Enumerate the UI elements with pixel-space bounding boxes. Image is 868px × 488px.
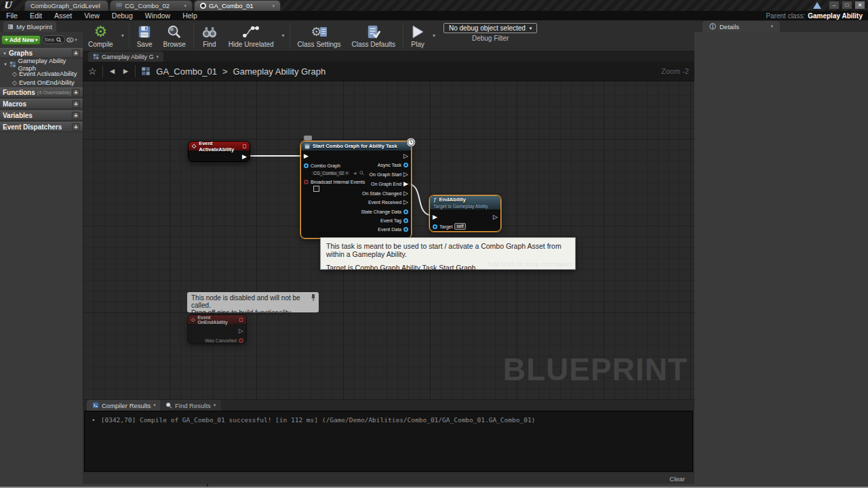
find-results-tab[interactable]: Find Results ▾ (160, 400, 221, 411)
maximize-button[interactable]: □ (842, 1, 852, 9)
play-button[interactable]: Play (406, 20, 430, 51)
menu-view[interactable]: View (78, 12, 106, 20)
view-options-button[interactable]: ▾ (66, 37, 77, 43)
exec-in-pin[interactable]: ▶ (304, 152, 309, 159)
hide-unrelated-caret[interactable]: ▾ (279, 33, 288, 39)
tree-item-event-onendability[interactable]: ◇ Event OnEndAbility (0, 78, 83, 87)
node-start-combo-graph[interactable]: Start Combo Graph for Ability Task ▶ Com… (300, 141, 412, 239)
class-defaults-button[interactable]: Class Defaults (347, 20, 401, 51)
event-data-pin[interactable]: Event Data (378, 226, 408, 232)
asset-tab-ga-combo-01[interactable]: GA_Combo_01 ▾ (194, 0, 281, 11)
was-cancelled-pin[interactable]: Was Cancelled (205, 337, 243, 344)
event-tag-pin[interactable]: Event Tag (380, 217, 408, 224)
exec-out-pin[interactable]: ▷ (239, 327, 243, 334)
delegate-pin[interactable] (239, 318, 243, 322)
tree-item-event-activateability[interactable]: ◇ Event ActivateAbility (0, 69, 83, 78)
save-button[interactable]: Save (132, 20, 158, 51)
node-event-onendability[interactable]: ◇ Event OnEndAbility ▷ Was Cancelled (187, 314, 247, 344)
add-event-dispatcher-button[interactable]: + (72, 123, 80, 131)
on-graph-start-pin[interactable]: On Graph Start ▷ (370, 171, 408, 178)
combo-graph-asset-dropdown[interactable]: CG_Combo_02 ▾ (311, 170, 351, 176)
object-pin-icon (304, 163, 309, 168)
my-blueprint-tab[interactable]: My Blueprint (3, 21, 56, 32)
menu-debug[interactable]: Debug (106, 12, 139, 20)
target-pin[interactable]: Target self (433, 223, 466, 230)
add-function-button[interactable]: + (72, 89, 80, 96)
add-macro-button[interactable]: + (72, 100, 80, 108)
pushpin-icon (311, 294, 316, 302)
hide-unrelated-button[interactable]: Hide Unrelated (223, 20, 279, 51)
compiler-results-tab[interactable]: Compiler Results ▾ (87, 400, 161, 411)
add-graph-button[interactable]: + (72, 49, 80, 57)
close-button[interactable]: ✕ (854, 1, 865, 9)
favorite-star-icon[interactable]: ☆ (88, 66, 97, 77)
section-event-dispatchers[interactable]: Event Dispatchers + (0, 122, 83, 132)
forward-arrow-icon[interactable]: ► (121, 66, 130, 76)
menu-edit[interactable]: Edit (24, 12, 48, 20)
exec-out-pin[interactable]: ▷ (403, 152, 408, 159)
compile-options-caret[interactable]: ▾ (119, 33, 127, 39)
exec-out-pin[interactable]: ▷ (493, 214, 498, 220)
chevron-down-icon[interactable]: ▾ (272, 3, 275, 9)
chevron-down-icon[interactable]: ▾ (184, 3, 186, 9)
section-variables[interactable]: Variables + (0, 110, 83, 121)
node-header[interactable]: ◇ Event ActivateAbility (189, 142, 250, 150)
broadcast-internal-events-pin[interactable]: Broadcast Internal Events (304, 178, 365, 185)
menu-asset[interactable]: Asset (48, 12, 78, 20)
minimize-button[interactable]: – (829, 1, 840, 9)
on-state-changed-pin[interactable]: On State Changed ▷ (362, 190, 408, 197)
delegate-pin[interactable] (243, 144, 246, 148)
event-diamond-icon: ◇ (192, 143, 196, 149)
state-change-data-pin[interactable]: State Change Data (361, 208, 408, 215)
parent-class-value[interactable]: Gameplay Ability (808, 12, 863, 20)
tree-item-gameplay-ability-graph[interactable]: ▼ Gameplay Ability Graph (0, 60, 83, 68)
blueprint-search-box[interactable] (42, 35, 65, 44)
exec-in-pin[interactable]: ▶ (433, 214, 437, 220)
clear-button[interactable]: Clear (667, 475, 688, 483)
node-endability[interactable]: ƒ EndAbility Target is Gameplay Ability … (429, 195, 501, 232)
back-arrow-icon[interactable]: ◄ (108, 66, 117, 76)
details-tab[interactable]: Details ▾ (703, 21, 780, 32)
tooltip-hint: hold (Ctrl) for more information (488, 261, 571, 268)
add-new-button[interactable]: + Add New ▾ (1, 35, 41, 45)
use-selected-asset-icon[interactable]: ◄ (353, 171, 357, 176)
graph-doc-tab[interactable]: Gameplay Ability G ▾ (88, 52, 163, 62)
browse-asset-icon[interactable] (359, 171, 364, 176)
menu-window[interactable]: Window (139, 12, 176, 20)
breadcrumb-graph[interactable]: Gameplay Ability Graph (233, 66, 326, 77)
async-task-pin[interactable]: Async Task (378, 161, 408, 168)
asset-tab-combograph-gridlevel[interactable]: ComboGraph_GridLevel (24, 0, 108, 11)
combo-graph-asset-icon (116, 3, 122, 9)
broadcast-checkbox[interactable] (313, 186, 319, 192)
broadcast-checkbox-row (313, 185, 319, 192)
compile-button[interactable]: ⚙ Compile (83, 20, 119, 51)
class-settings-button[interactable]: ⚙ Class Settings (292, 20, 347, 51)
browse-button[interactable]: Browse (158, 20, 191, 51)
combo-graph-pin[interactable]: Combo Graph (304, 162, 340, 169)
event-received-pin[interactable]: Event Received ▷ (368, 199, 408, 205)
node-header[interactable]: ◇ Event OnEndAbility (188, 315, 246, 324)
on-graph-end-pin[interactable]: On Graph End ▶ (371, 180, 408, 187)
function-icon: ƒ (433, 197, 436, 203)
unreal-blueprint-editor: U ComboGraph_GridLevel CG_Combo_02 ▾ GA_… (0, 0, 868, 488)
graph-canvas[interactable]: ◇ Event ActivateAbility ▶ Start Combo Gr… (83, 81, 694, 400)
node-event-activateability[interactable]: ◇ Event ActivateAbility ▶ (188, 141, 250, 162)
separator (135, 65, 136, 77)
node-header[interactable]: ƒ EndAbility Target is Gameplay Ability (430, 196, 500, 209)
menu-help[interactable]: Help (176, 12, 203, 20)
node-header[interactable]: Start Combo Graph for Ability Task (301, 142, 411, 150)
menu-file[interactable]: File (0, 12, 24, 20)
section-functions[interactable]: Functions (4 Overridable) + (0, 87, 83, 98)
comment-bubble-icon[interactable] (304, 136, 312, 140)
exec-out-pin[interactable]: ▶ (242, 153, 247, 160)
find-button[interactable]: Find (196, 20, 223, 51)
debug-object-select[interactable]: No debug object selected ▾ (443, 23, 537, 33)
asset-tab-cg-combo-02[interactable]: CG_Combo_02 ▾ (110, 0, 193, 11)
details-panel: Details ▾ (694, 20, 868, 484)
play-options-caret[interactable]: ▾ (430, 33, 438, 39)
log-line[interactable]: • [0342,70] Compile of GA_Combo_01 succe… (85, 411, 692, 428)
add-variable-button[interactable]: + (72, 112, 80, 119)
section-macros[interactable]: Macros + (0, 99, 83, 109)
search-input[interactable] (44, 37, 56, 43)
breadcrumb-asset[interactable]: GA_Combo_01 (156, 66, 217, 77)
